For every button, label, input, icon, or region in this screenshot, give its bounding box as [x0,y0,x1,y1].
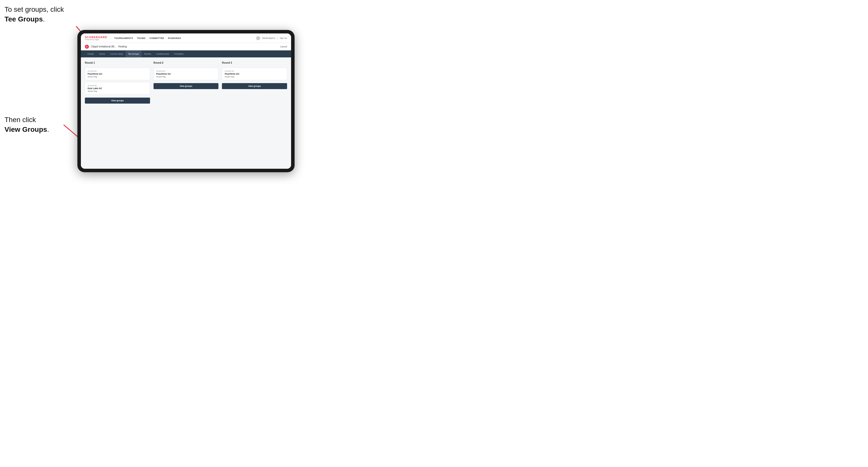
round-1-course-a-format: Stroke Play [88,75,147,78]
instruction-top-bold: Tee Groups [4,15,43,23]
instruction-top-line1: To set groups, click [4,5,64,13]
round-2-course-a-format: Stroke Play [156,75,216,78]
round-2-course-a-card: (Course A) Peachtree GC Stroke Play [154,68,219,80]
logo-area: SCOREBOARD Powered by clippit [85,36,107,40]
round-3-course-a-name: Peachtree GC [225,73,284,75]
tab-details[interactable]: Details [85,51,96,57]
round-2-column: Round 2 (Course A) Peachtree GC Stroke P… [154,61,219,103]
nav-committee[interactable]: COMMITTEE [150,36,164,40]
nav-rankings[interactable]: RANKINGS [168,36,181,40]
tab-course-setup[interactable]: Course Setup [107,51,126,57]
user-email: blair@clippd.io [262,37,275,39]
round-1-course-b-card: (Course B) East Lake GC Stroke Play [85,82,150,95]
tablet-screen: SCOREBOARD Powered by clippit TOURNAMENT… [81,33,291,169]
tournament-logo-icon: C [85,45,89,49]
round-2-course-a-label: (Course A) [156,70,216,72]
main-content: Round 1 (Course A) Peachtree GC Stroke P… [81,57,291,169]
round-1-course-b-label: (Course B) [88,84,147,87]
instruction-top: To set groups, click Tee Groups. [4,4,64,24]
round-2-view-groups-button[interactable]: View groups [154,83,219,89]
tab-tee-groups[interactable]: Tee Groups [126,51,142,57]
round-2-title: Round 2 [154,61,219,64]
round-1-course-a-label: (Course A) [88,70,147,72]
nav-right: blair@clippd.io | Sign out [256,36,287,40]
top-nav: SCOREBOARD Powered by clippit TOURNAMENT… [81,33,291,43]
round-2-course-a-name: Peachtree GC [156,73,216,75]
tab-teams[interactable]: Teams [96,51,107,57]
tab-bar: Details Teams Course Setup Tee Groups Re… [81,51,291,57]
round-1-column: Round 1 (Course A) Peachtree GC Stroke P… [85,61,150,103]
tab-leaderboards[interactable]: Leaderboards [154,51,172,57]
instruction-bottom: Then click View Groups. [4,115,49,134]
round-3-view-groups-button[interactable]: View groups [222,83,287,89]
nav-tournaments[interactable]: TOURNAMENTS [114,36,133,40]
cancel-button[interactable]: Cancel [280,45,287,48]
tablet-frame: SCOREBOARD Powered by clippit TOURNAMENT… [78,30,294,172]
round-1-course-a-card: (Course A) Peachtree GC Stroke Play [85,68,150,80]
tournament-name: Clippd Invitational (M... · Hosting [91,45,127,48]
round-1-course-a-name: Peachtree GC [88,73,147,75]
round-3-course-a-card: (Course A) Peachtree GC Stroke Play [222,68,287,80]
instruction-bottom-bold: View Groups [4,126,47,133]
tournament-bar: C Clippd Invitational (M... · Hosting Ca… [81,43,291,51]
rounds-grid: Round 1 (Course A) Peachtree GC Stroke P… [85,61,287,103]
sign-out-link[interactable]: Sign out [280,37,287,39]
round-1-view-groups-button[interactable]: View groups [85,98,150,103]
avatar [256,36,260,40]
round-3-course-a-label: (Course A) [225,70,284,72]
logo-text: SCOREBOARD [85,36,107,39]
round-1-course-b-format: Stroke Play [88,90,147,92]
nav-links: TOURNAMENTS TEAMS COMMITTEE RANKINGS [114,36,181,40]
round-1-course-b-name: East Lake GC [88,87,147,90]
tab-results[interactable]: Results [142,51,154,57]
instruction-bottom-line1: Then click [4,116,36,124]
round-3-title: Round 3 [222,61,287,64]
logo-sub: Powered by clippit [85,39,107,40]
tab-printables[interactable]: Printables [172,51,186,57]
nav-teams[interactable]: TEAMS [137,36,146,40]
round-1-title: Round 1 [85,61,150,64]
round-3-course-a-format: Stroke Play [225,75,284,78]
round-3-column: Round 3 (Course A) Peachtree GC Stroke P… [222,61,287,103]
